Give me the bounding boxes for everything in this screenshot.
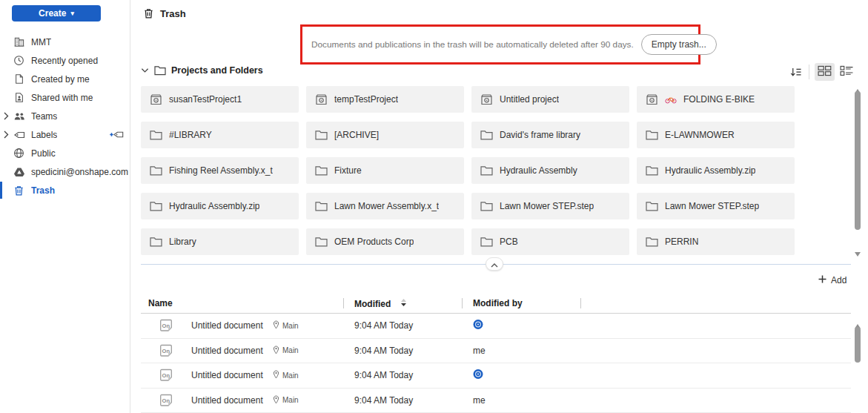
sidebar-item-recently-opened[interactable]: Recently opened [0,51,130,70]
sidebar-item-public[interactable]: Public [0,144,130,162]
table-scrollbar[interactable] [852,315,864,412]
folder-card-oem-products-corp[interactable]: OEM Products Corp [306,228,464,255]
column-header-name[interactable]: Name [148,298,173,308]
trash-icon [13,185,25,196]
view-controls [787,62,859,82]
modified-by: me [473,395,486,406]
column-header-modified[interactable]: Modified [354,298,407,309]
folder-card-lawn-mower-assembly-x-t[interactable]: Lawn Mower Assembly.x_t [306,193,464,219]
empty-trash-button[interactable]: Empty trash... [641,34,717,55]
create-button[interactable]: Create ▾ [12,5,101,22]
chevron-right-icon[interactable] [2,110,10,122]
folder-card-perrin[interactable]: PERRIN [637,228,795,255]
chevron-down-icon [141,67,149,73]
card-name: Library [169,237,196,247]
scroll-up-arrow[interactable] [855,318,861,323]
workspace-label: Main [282,346,299,354]
add-button-label: Add [831,275,847,285]
document-row[interactable]: OnUntitled documentMain9:04 AM Today [141,363,851,389]
document-row[interactable]: OnUntitled documentMain9:04 AM Todayme [141,339,851,364]
caret-down-icon: ▾ [70,10,74,17]
list-view-button[interactable] [837,63,857,81]
folder-card-pcb[interactable]: PCB [471,228,629,255]
folder-icon [150,237,162,247]
sidebar-item-spedicini-onshape-com[interactable]: spedicini@onshape.com [0,162,130,181]
scrollbar-thumb[interactable] [855,91,861,230]
sort-arrows-icon [400,298,407,309]
project-card-untitled-project[interactable]: Untitled project [471,86,629,113]
card-name: PERRIN [665,237,698,247]
document-row[interactable]: OnUntitled documentMain9:04 AM Todayme [141,389,851,413]
grid-view-button[interactable] [815,63,835,81]
chevron-right-icon[interactable] [2,129,10,141]
folder-card-hydraulic-assembly[interactable]: Hydraulic Assembly [471,157,629,184]
project-card-temptestproject[interactable]: tempTestProject [306,86,464,113]
scroll-down-arrow[interactable] [855,246,861,251]
scrollbar-thumb[interactable] [855,327,861,363]
folder-card-fishing-reel-assembly-x-t[interactable]: Fishing Reel Assembly.x_t [141,157,299,184]
onshape-document-icon: On [159,393,173,408]
modified-by [473,369,483,382]
modified-time: 9:04 AM Today [354,346,413,356]
sidebar-item-labels[interactable]: Labels [0,125,130,144]
folder-card-archive[interactable]: [ARCHIVE] [306,122,464,148]
folder-card-library[interactable]: #LIBRARY [141,122,299,148]
sidebar-item-trash[interactable]: Trash [0,181,130,199]
label-icon [13,129,25,141]
folders-scrollbar[interactable] [852,82,864,265]
folder-card-hydraulic-assembly-zip[interactable]: Hydraulic Assembly.zip [637,157,795,184]
shared-document-icon [13,92,25,104]
folder-icon [646,165,658,176]
documents-table: Name Modified Modified by OnUntitled doc… [141,295,851,413]
card-name: Untitled project [500,94,559,105]
card-name: Fixture [334,165,362,176]
svg-text:On: On [162,397,170,403]
pin-icon [273,395,279,406]
sort-descending-icon[interactable] [787,67,804,78]
project-card-folding-e-bike[interactable]: FOLDING E-BIKE [637,86,795,113]
workspace-indicator: Main [273,395,299,406]
add-button[interactable]: Add [818,275,847,285]
document-name: Untitled document [191,320,263,331]
clock-icon [13,55,25,67]
sidebar-item-mmt[interactable]: MMT [0,33,130,51]
folder-card-e-lawnmower[interactable]: E-LAWNMOWER [637,122,795,148]
projects-folders-section-header[interactable]: Projects and Folders [141,65,263,76]
grid-view-icon [818,65,832,79]
avatar-icon [473,369,483,382]
company-icon [13,36,25,48]
page-header: Trash [143,7,186,19]
card-name: FOLDING E-BIKE [683,94,755,105]
column-divider[interactable] [462,298,463,308]
sidebar-item-label: MMT [31,37,51,47]
folder-icon [150,201,162,211]
folder-icon [646,237,658,247]
sidebar-item-label: spedicini@onshape.com [31,167,128,177]
folder-card-fixture[interactable]: Fixture [306,157,464,184]
sidebar-item-shared-with-me[interactable]: Shared with me [0,88,130,107]
project-card-susantestproject1[interactable]: susanTestProject1 [141,86,299,113]
scroll-up-arrow[interactable] [855,83,861,87]
section-title: Projects and Folders [171,65,263,76]
card-name: E-LAWNMOWER [665,130,735,140]
document-icon [13,73,25,85]
sidebar-item-teams[interactable]: Teams [0,107,130,125]
document-row[interactable]: OnUntitled documentMain9:04 AM Today [141,314,851,339]
sidebar-item-created-by-me[interactable]: Created by me [0,70,130,88]
folder-icon [315,165,328,176]
add-label-icon[interactable] [109,129,124,141]
sidebar-nav: MMTRecently openedCreated by meShared wi… [0,33,130,199]
workspace-label: Main [282,396,299,404]
column-divider[interactable] [343,298,344,308]
chevron-up-icon [491,259,498,270]
folder-card-hydraulic-assembly-zip[interactable]: Hydraulic Assembly.zip [141,193,299,219]
collapse-section-button[interactable] [486,257,503,271]
folder-icon [315,237,328,247]
folder-card-david-s-frame-library[interactable]: David's frame library [471,122,629,148]
column-divider[interactable] [580,298,581,308]
column-header-modified-by[interactable]: Modified by [473,298,523,308]
card-name: Hydraulic Assembly [500,165,577,176]
folder-card-library[interactable]: Library [141,228,299,255]
folder-card-lawn-mower-step-step[interactable]: Lawn Mower STEP.step [637,193,795,219]
folder-card-lawn-mower-step-step[interactable]: Lawn Mower STEP.step [471,193,629,219]
